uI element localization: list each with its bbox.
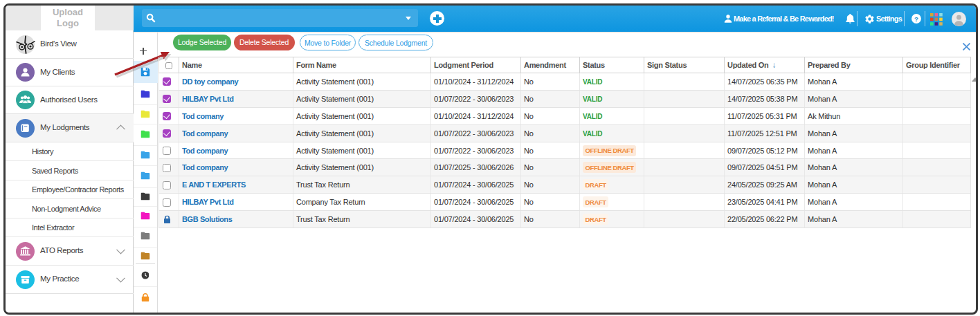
svg-text:?: ? <box>914 15 918 23</box>
